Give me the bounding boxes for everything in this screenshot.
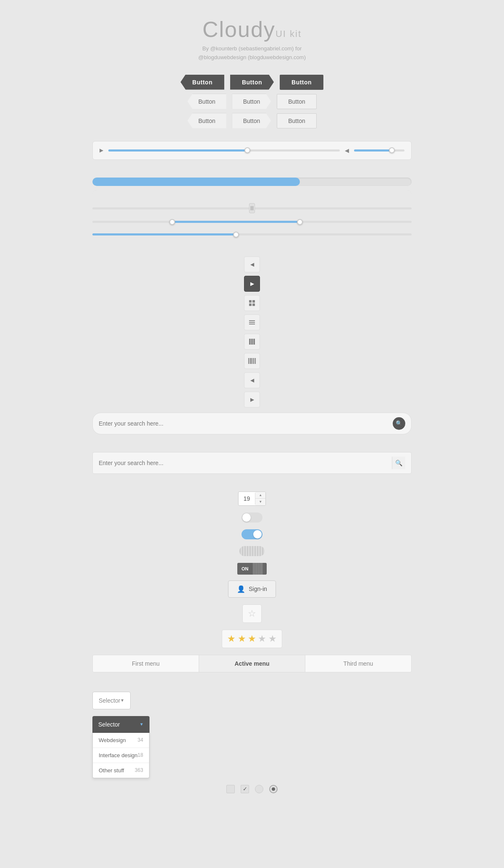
star-filled-1[interactable]: ★ — [227, 633, 236, 644]
dropdown-item-count-3: 363 — [135, 767, 143, 774]
columns-icon — [249, 339, 255, 345]
star-empty-2[interactable]: ★ — [258, 633, 266, 644]
dark-button-rect[interactable]: Button — [280, 75, 323, 90]
star-empty-1[interactable]: ☆ — [248, 608, 256, 619]
selector-light-text: Selector — [99, 697, 120, 704]
grid-icon — [249, 300, 255, 306]
menu-tabs: First menu Active menu Third menu — [92, 655, 412, 672]
dropdown-item-1[interactable]: Webdesign 34 — [93, 733, 149, 748]
dropdown-item-3[interactable]: Other stuff 363 — [93, 763, 149, 778]
menu-tabs-section: First menu Active menu Third menu — [92, 655, 412, 679]
dark-buttons-row: Button Button Button — [181, 75, 323, 90]
selector-dark-text: Selector — [98, 721, 139, 728]
play-icon[interactable]: ▶ — [100, 147, 103, 153]
star-filled-2[interactable]: ★ — [238, 633, 246, 644]
svg-rect-4 — [249, 320, 255, 321]
media-grid-btn[interactable] — [244, 295, 260, 311]
number-stepper[interactable]: 19 ▲ ▼ — [238, 492, 266, 506]
user-icon: 👤 — [237, 585, 245, 593]
radio-dot — [272, 787, 275, 791]
signin-button[interactable]: 👤 Sign-in — [228, 580, 276, 598]
checkbox-unchecked[interactable] — [226, 785, 235, 793]
search-button-rect[interactable]: 🔍 — [392, 457, 405, 469]
radio-checked[interactable] — [269, 785, 278, 793]
checkbox-checked[interactable]: ✓ — [241, 785, 249, 793]
form-controls-row: ✓ — [226, 785, 278, 793]
light-button-rect-1[interactable]: Button — [277, 94, 316, 109]
svg-rect-3 — [252, 303, 255, 306]
toggle-striped[interactable] — [239, 546, 265, 556]
star-filled-3[interactable]: ★ — [248, 633, 256, 644]
light-buttons-row-1: Button Button Button — [187, 94, 316, 109]
selector-dark-header[interactable]: Selector ▼ — [92, 716, 150, 733]
search-icon-round: 🔍 — [396, 420, 402, 426]
light-button-left-1[interactable]: Button — [187, 94, 226, 109]
star-rating-empty: ☆ — [242, 604, 262, 623]
search-input-rect[interactable] — [99, 460, 392, 466]
signin-rating-section: 👤 Sign-in ☆ ★ ★ ★ ★ ★ — [92, 580, 412, 648]
selector-dark-arrow: ▼ — [139, 722, 144, 727]
star-empty-3[interactable]: ★ — [268, 633, 277, 644]
radio-unchecked[interactable] — [255, 785, 263, 793]
light-button-arrow-2[interactable]: Button — [232, 113, 271, 128]
toggle-on[interactable] — [242, 529, 262, 539]
search-round-section: 🔍 — [92, 413, 412, 439]
media-col-btn[interactable] — [244, 334, 260, 350]
light-button-left-2[interactable]: Button — [187, 113, 226, 128]
toggle-off[interactable] — [242, 512, 262, 523]
toggle-on-stripes — [253, 563, 263, 575]
svg-rect-13 — [252, 358, 252, 364]
player-section: ▶ ◀ — [92, 141, 412, 165]
toggle-on-label: ON — [237, 566, 253, 571]
media-list-btn[interactable] — [244, 314, 260, 330]
media-bar-btn[interactable] — [244, 353, 260, 369]
stepper-down-btn[interactable]: ▼ — [255, 499, 265, 505]
controls-section: 19 ▲ ▼ ON — [92, 492, 412, 575]
light-button-rect-2[interactable]: Button — [277, 113, 316, 128]
svg-rect-1 — [252, 300, 255, 303]
search-input-round[interactable] — [99, 420, 393, 427]
svg-rect-9 — [253, 339, 255, 345]
app-title: CloudyUI kit — [202, 17, 302, 42]
range-sliders-section — [92, 204, 412, 239]
selector-light[interactable]: Selector ▼ — [92, 692, 131, 709]
media-prev-btn[interactable]: ◀ — [244, 256, 260, 272]
volume-icon: ◀ — [345, 147, 349, 154]
playback-slider[interactable] — [108, 149, 340, 152]
dark-button-arrow[interactable]: Button — [230, 75, 274, 90]
toggle-on-knob — [253, 530, 262, 539]
selectors-section: Selector ▼ Selector ▼ Webdesign 34 Inter… — [92, 692, 412, 778]
list-icon — [249, 320, 255, 324]
tab-active-menu[interactable]: Active menu — [199, 655, 305, 672]
selector-dark: Selector ▼ Webdesign 34 Interface design… — [92, 716, 150, 778]
buttons-section: Button Button Button Button Button Butto… — [92, 75, 412, 128]
svg-rect-12 — [250, 358, 252, 364]
range-slider-center[interactable] — [92, 204, 412, 214]
form-controls-section: ✓ — [92, 785, 412, 793]
stepper-value: 19 — [239, 493, 256, 505]
tab-first-menu[interactable]: First menu — [93, 655, 199, 672]
tab-third-menu[interactable]: Third menu — [305, 655, 411, 672]
search-button-round[interactable]: 🔍 — [393, 417, 405, 430]
light-button-arrow-1[interactable]: Button — [232, 94, 271, 109]
range-slider-double[interactable] — [92, 218, 412, 226]
dropdown-item-label-1: Webdesign — [99, 737, 126, 743]
range-slider-single[interactable] — [92, 230, 412, 239]
svg-rect-16 — [255, 358, 256, 364]
volume-slider[interactable] — [354, 149, 404, 152]
dropdown-item-2[interactable]: Interface design 18 — [93, 748, 149, 763]
dark-button-left[interactable]: Button — [181, 75, 224, 90]
stepper-buttons: ▲ ▼ — [255, 492, 265, 505]
light-buttons-row-2: Button Button Button — [187, 113, 316, 128]
search-icon-rect: 🔍 — [395, 460, 402, 466]
search-rect-section: 🔍 — [92, 452, 412, 479]
stepper-up-btn[interactable]: ▲ — [255, 492, 265, 499]
progress-bar-light — [92, 190, 412, 199]
media-play-btn[interactable]: ▶ — [244, 276, 260, 292]
media-fwd-btn[interactable]: ▶ — [244, 392, 260, 408]
svg-rect-14 — [253, 358, 254, 364]
header: CloudyUI kit By @kounterb (sebastiengabr… — [92, 17, 412, 62]
progress-bar-blue — [92, 178, 412, 186]
media-rew-btn[interactable]: ◀ — [244, 372, 260, 388]
toggle-on-text[interactable]: ON — [237, 563, 267, 575]
